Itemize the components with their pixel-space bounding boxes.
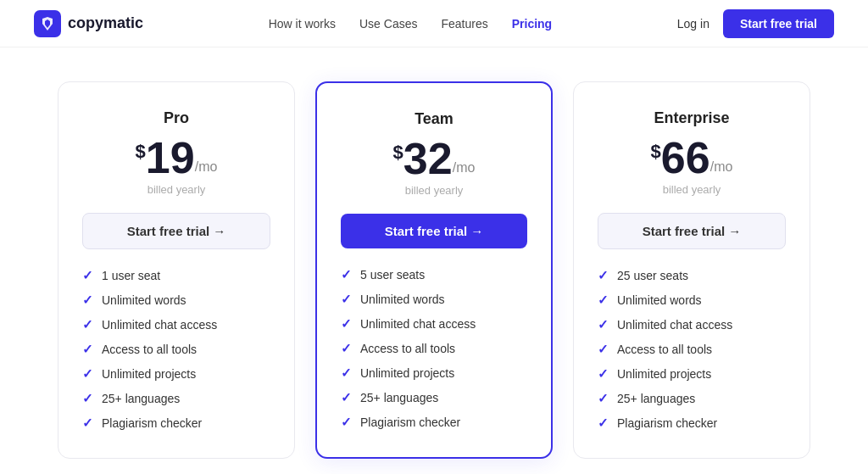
feature-team-0: ✓5 user seats	[341, 267, 527, 282]
check-icon: ✓	[341, 267, 352, 282]
login-button[interactable]: Log in	[677, 17, 709, 31]
plan-name-team: Team	[341, 110, 527, 128]
nav-link-how-it-works[interactable]: How it works	[269, 17, 336, 31]
logo-text: copymatic	[68, 14, 143, 32]
check-icon: ✓	[82, 391, 93, 406]
feature-team-1: ✓Unlimited words	[341, 292, 527, 307]
check-icon: ✓	[82, 268, 93, 283]
price-amount-team: 32	[403, 137, 453, 181]
check-icon: ✓	[598, 415, 609, 431]
feature-pro-4: ✓Unlimited projects	[82, 366, 270, 382]
trial-button-enterprise[interactable]: Start free trial →	[598, 213, 786, 249]
pricing-section: Pro $ 19 /mo billed yearly Start free tr…	[44, 81, 824, 459]
feature-team-2: ✓Unlimited chat access	[341, 316, 527, 332]
feature-ent-0: ✓25 user seats	[598, 268, 786, 283]
check-icon: ✓	[341, 390, 352, 405]
feature-pro-5: ✓25+ languages	[82, 391, 270, 406]
check-icon: ✓	[82, 293, 93, 308]
feature-pro-2: ✓Unlimited chat access	[82, 317, 270, 332]
price-per-enterprise: /mo	[710, 159, 733, 175]
feature-pro-3: ✓Access to all tools	[82, 342, 270, 357]
features-list-team: ✓5 user seats ✓Unlimited words ✓Unlimite…	[341, 267, 527, 430]
check-icon: ✓	[82, 317, 93, 332]
feature-ent-1: ✓Unlimited words	[598, 293, 786, 308]
feature-team-6: ✓Plagiarism checker	[341, 415, 527, 430]
check-icon: ✓	[82, 366, 93, 382]
price-per-team: /mo	[453, 160, 476, 176]
features-list-enterprise: ✓25 user seats ✓Unlimited words ✓Unlimit…	[598, 268, 786, 431]
main-content: Pro $ 19 /mo billed yearly Start free tr…	[0, 47, 868, 474]
feature-ent-2: ✓Unlimited chat access	[598, 317, 786, 332]
logo-icon	[34, 10, 61, 37]
nav-links: How it works Use Cases Features Pricing	[269, 17, 553, 31]
feature-pro-1: ✓Unlimited words	[82, 293, 270, 308]
plan-name-pro: Pro	[82, 109, 270, 127]
price-amount-enterprise: 66	[661, 136, 710, 180]
feature-team-5: ✓25+ languages	[341, 390, 527, 405]
check-icon: ✓	[341, 365, 352, 381]
price-dollar-pro: $	[136, 141, 146, 163]
plan-price-pro: $ 19 /mo	[82, 136, 270, 180]
plan-price-team: $ 32 /mo	[341, 137, 527, 181]
nav-link-features[interactable]: Features	[441, 17, 487, 31]
check-icon: ✓	[598, 293, 609, 308]
feature-ent-5: ✓25+ languages	[598, 391, 786, 406]
plan-billed-enterprise: billed yearly	[598, 183, 786, 196]
nav-actions: Log in Start free trial	[677, 9, 834, 38]
price-per-pro: /mo	[195, 159, 218, 175]
plan-price-enterprise: $ 66 /mo	[598, 136, 786, 180]
check-icon: ✓	[598, 366, 609, 382]
check-icon: ✓	[598, 268, 609, 283]
nav-trial-button[interactable]: Start free trial	[723, 9, 834, 38]
trial-button-pro[interactable]: Start free trial →	[82, 213, 270, 249]
nav-link-use-cases[interactable]: Use Cases	[359, 17, 417, 31]
pricing-card-enterprise: Enterprise $ 66 /mo billed yearly Start …	[573, 81, 810, 459]
price-dollar-enterprise: $	[651, 141, 661, 163]
nav-link-pricing[interactable]: Pricing	[512, 17, 552, 31]
check-icon: ✓	[341, 316, 352, 332]
navbar: copymatic How it works Use Cases Feature…	[0, 0, 868, 47]
price-amount-pro: 19	[146, 136, 195, 180]
feature-team-3: ✓Access to all tools	[341, 341, 527, 356]
feature-pro-6: ✓Plagiarism checker	[82, 415, 270, 431]
check-icon: ✓	[598, 391, 609, 406]
feature-pro-0: ✓1 user seat	[82, 268, 270, 283]
check-icon: ✓	[82, 342, 93, 357]
check-icon: ✓	[598, 317, 609, 332]
trial-button-team[interactable]: Start free trial →	[341, 214, 527, 248]
logo[interactable]: copymatic	[34, 10, 143, 37]
features-list-pro: ✓1 user seat ✓Unlimited words ✓Unlimited…	[82, 268, 270, 431]
price-dollar-team: $	[393, 142, 403, 164]
feature-ent-3: ✓Access to all tools	[598, 342, 786, 357]
feature-ent-4: ✓Unlimited projects	[598, 366, 786, 382]
plan-billed-team: billed yearly	[341, 184, 527, 197]
check-icon: ✓	[598, 342, 609, 357]
check-icon: ✓	[341, 341, 352, 356]
check-icon: ✓	[82, 415, 93, 431]
plan-name-enterprise: Enterprise	[598, 109, 786, 127]
pricing-card-team: Team $ 32 /mo billed yearly Start free t…	[315, 81, 553, 459]
feature-team-4: ✓Unlimited projects	[341, 365, 527, 381]
feature-ent-6: ✓Plagiarism checker	[598, 415, 786, 431]
check-icon: ✓	[341, 415, 352, 430]
check-icon: ✓	[341, 292, 352, 307]
pricing-card-pro: Pro $ 19 /mo billed yearly Start free tr…	[58, 81, 295, 459]
plan-billed-pro: billed yearly	[82, 183, 270, 196]
